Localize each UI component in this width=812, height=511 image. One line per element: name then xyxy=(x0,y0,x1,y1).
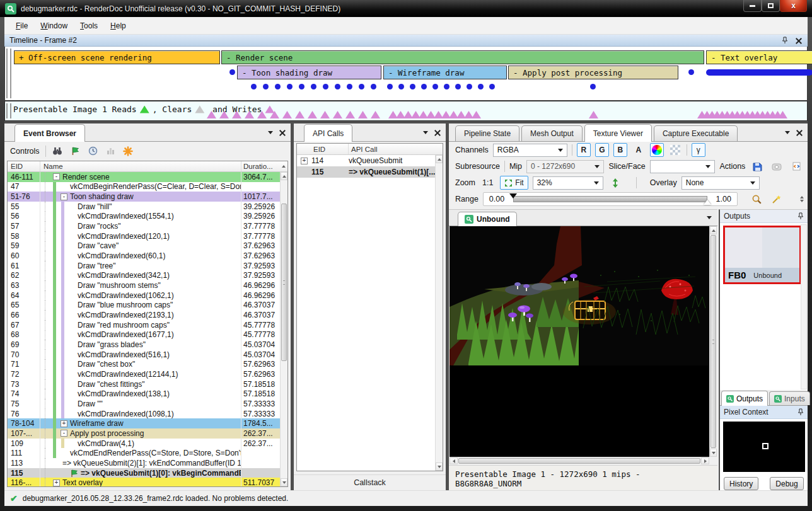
write-event-marker[interactable] xyxy=(345,111,355,118)
draw-event-dot[interactable] xyxy=(410,84,415,89)
timeline-marker-bar[interactable]: - Wireframe draw xyxy=(383,66,507,79)
event-scrollbar[interactable] xyxy=(280,172,287,486)
event-row[interactable]: 65 Draw "blue mushroom caps" 46.37037 xyxy=(8,301,280,311)
alpha-background-button[interactable] xyxy=(668,143,682,157)
timeline-marker-bar[interactable]: - Text overlay xyxy=(706,50,812,64)
draw-event-dot[interactable] xyxy=(251,84,257,89)
event-row[interactable]: 73 Draw "chest fittings" 57.18518 xyxy=(8,379,280,389)
draw-event-dot[interactable] xyxy=(335,84,340,89)
write-event-marker[interactable] xyxy=(426,111,436,118)
api-table-header[interactable]: EID API Call xyxy=(297,144,443,155)
draw-event-dot[interactable] xyxy=(347,84,352,89)
scrollbar-thumb[interactable] xyxy=(710,235,716,448)
panel-tab[interactable]: Mesh Output xyxy=(521,125,583,141)
event-row[interactable]: 59 Draw "cave" 37.62963 xyxy=(8,241,280,251)
event-row[interactable]: 60 vkCmdDrawIndexed(60,1) 37.62963 xyxy=(8,251,280,261)
draw-event-dot[interactable] xyxy=(467,84,472,89)
scroll-up-icon[interactable] xyxy=(281,172,287,180)
debug-button[interactable]: Debug xyxy=(770,477,804,490)
event-row[interactable]: 51-76 - Toon shading draw 1017.7... xyxy=(8,192,280,202)
draw-event-dot[interactable] xyxy=(275,84,281,89)
pixel-context-preview[interactable] xyxy=(723,422,805,472)
draw-event-dot[interactable] xyxy=(489,84,495,89)
pin-icon[interactable] xyxy=(782,37,788,44)
filter-options-icon[interactable] xyxy=(122,145,134,157)
draw-event-dot[interactable] xyxy=(263,84,269,89)
save-texture-icon[interactable] xyxy=(750,159,765,173)
event-row[interactable]: 47 vkCmdBeginRenderPass(C=Clear, D=Clear… xyxy=(8,182,280,192)
event-row[interactable]: 67 Draw "red mushroom caps" 45.77778 xyxy=(8,320,280,330)
draw-event-dot[interactable] xyxy=(323,84,328,89)
write-event-marker[interactable] xyxy=(333,111,342,118)
tree-expander[interactable]: + xyxy=(301,158,308,164)
draw-event-dot[interactable] xyxy=(387,84,393,89)
event-row[interactable]: 116-... + Text overlay 511.7037 xyxy=(8,478,280,486)
scroll-left-icon[interactable] xyxy=(450,457,458,464)
event-row[interactable]: 68 vkCmdDrawIndexed(1677,1) 45.77778 xyxy=(8,330,280,340)
write-event-marker[interactable] xyxy=(441,111,451,118)
write-event-marker[interactable] xyxy=(589,111,598,118)
scroll-down-icon[interactable] xyxy=(710,449,717,457)
usage-grip[interactable] xyxy=(6,103,11,118)
dock-menu-icon[interactable] xyxy=(785,131,790,134)
pin-icon[interactable] xyxy=(798,212,804,220)
history-button[interactable]: History xyxy=(724,477,758,490)
channels-select[interactable]: RGBA xyxy=(493,144,567,157)
api-call-row[interactable]: 115 => vkQueueSubmit(1)[... xyxy=(297,166,443,178)
write-event-marker[interactable] xyxy=(295,111,304,118)
green-channel-button[interactable]: G xyxy=(595,143,609,157)
draw-events-pill[interactable] xyxy=(706,69,812,76)
event-row[interactable]: 69 Draw "grass blades" 45.03704 xyxy=(8,340,280,350)
menu-item[interactable]: Help xyxy=(104,19,132,33)
write-event-marker[interactable] xyxy=(434,111,443,118)
minimize-button[interactable] xyxy=(743,0,762,12)
scroll-down-icon[interactable] xyxy=(436,462,443,471)
autofit-range-icon[interactable] xyxy=(750,192,765,206)
event-row[interactable]: 61 Draw "tree" 37.92593 xyxy=(8,261,280,271)
write-event-marker[interactable] xyxy=(308,111,317,118)
column-eid[interactable]: EID xyxy=(297,144,349,154)
overlay-select[interactable]: None xyxy=(682,176,760,190)
toolbar-splitter-icon[interactable] xyxy=(800,196,804,202)
close-panel-icon[interactable] xyxy=(434,130,440,135)
draw-event-dot[interactable] xyxy=(444,84,450,89)
event-row[interactable]: 74 vkCmdDrawIndexed(138,1) 57.18518 xyxy=(8,389,280,399)
write-event-marker[interactable] xyxy=(411,111,420,118)
api-scrollbar[interactable] xyxy=(435,155,443,471)
write-event-marker[interactable] xyxy=(449,111,458,118)
event-row[interactable]: 62 vkCmdDrawIndexed(342,1) 37.92593 xyxy=(8,271,280,281)
write-event-marker[interactable] xyxy=(320,111,330,118)
timeline-canvas[interactable]: + Off-screen scene rendering- Render sce… xyxy=(4,47,808,101)
event-row[interactable]: 58 vkCmdDrawIndexed(120,1) 37.77778 xyxy=(8,231,280,241)
draw-event-dot[interactable] xyxy=(590,84,596,89)
scrollbar-thumb[interactable] xyxy=(458,458,700,464)
draw-event-dot[interactable] xyxy=(287,84,293,89)
draw-event-dot[interactable] xyxy=(359,84,364,89)
title-bar[interactable]: debugmarker.rdc - RenderDoc Unofficial r… xyxy=(0,0,812,17)
timeline-marker-bar[interactable]: - Render scene xyxy=(221,50,704,64)
texture-viewport[interactable] xyxy=(450,226,709,457)
event-row[interactable]: 46-111 - Render scene 3064.7... xyxy=(8,172,280,182)
range-wand-icon[interactable] xyxy=(769,192,784,206)
output-thumbnail-fb0[interactable]: FB0 Unbound xyxy=(723,226,801,284)
column-api-call[interactable]: API Call xyxy=(349,146,443,153)
alpha-channel-button[interactable]: A xyxy=(632,143,646,157)
event-table-header[interactable]: EID Name Duratio... xyxy=(8,161,287,172)
event-row[interactable]: 55 Draw "hill" 39.25926 xyxy=(8,202,280,212)
timeline-grip[interactable] xyxy=(6,49,11,98)
event-row[interactable]: 109 vkCmdDraw(4,1) 262.37... xyxy=(8,439,280,449)
io-tab[interactable]: Inputs xyxy=(769,391,810,405)
event-row[interactable]: 107-... - Apply post processing 262.37..… xyxy=(8,428,280,439)
pixel-context-header[interactable]: Pixel Context xyxy=(720,406,808,419)
write-event-marker[interactable] xyxy=(388,111,398,118)
flip-y-icon[interactable] xyxy=(608,176,623,190)
close-button[interactable]: x xyxy=(780,0,807,12)
menu-item[interactable]: File xyxy=(9,19,34,33)
event-row[interactable]: 71 Draw "chest box" 57.62963 xyxy=(8,359,280,369)
viewport-hscrollbar[interactable] xyxy=(450,457,709,464)
range-black-point-handle[interactable] xyxy=(509,193,517,198)
texture-list-icon[interactable] xyxy=(707,216,712,219)
menu-item[interactable]: Tools xyxy=(74,19,104,33)
draw-event-dot[interactable] xyxy=(229,69,235,75)
event-row[interactable]: 57 Draw "rocks" 37.77778 xyxy=(8,221,280,231)
